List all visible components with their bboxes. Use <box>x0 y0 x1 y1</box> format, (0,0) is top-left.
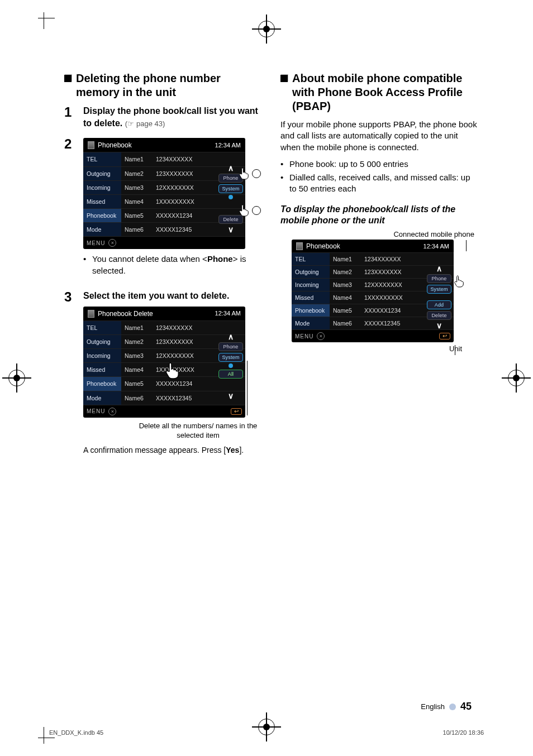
cat-phonebook[interactable]: Phonebook <box>292 304 330 317</box>
row-name[interactable]: Name1 <box>121 152 153 166</box>
page-footer: English 45 <box>421 701 472 712</box>
cat-tel[interactable]: TEL <box>83 152 121 166</box>
pill-phone[interactable]: Phone <box>427 274 451 283</box>
circled-1: 1 <box>252 169 261 178</box>
row-name[interactable]: Name6 <box>121 391 153 405</box>
row-name[interactable]: Name2 <box>330 265 361 278</box>
cat-missed[interactable]: Missed <box>83 362 121 376</box>
dev1-time: 12:34 AM <box>215 141 241 150</box>
scroll-indicator <box>229 195 233 199</box>
row-num[interactable]: 1234XXXXXX <box>361 252 454 265</box>
scroll-down-icon[interactable]: ∨ <box>225 392 236 400</box>
row-name[interactable]: Name3 <box>330 278 361 291</box>
pbap-para: If your mobile phone supports PBAP, the … <box>280 119 479 153</box>
cat-missed[interactable]: Missed <box>292 291 330 304</box>
cat-incoming[interactable]: Incoming <box>292 278 330 291</box>
menu-button[interactable]: MENU <box>87 240 105 247</box>
step1-text: Display the phone book/call list you wan… <box>83 106 258 128</box>
cat-mode[interactable]: Mode <box>83 222 121 236</box>
scroll-up-icon[interactable]: ∧ <box>225 164 236 172</box>
menu-button[interactable]: MENU <box>87 408 105 415</box>
right-column: About mobile phone compatible with Phone… <box>280 71 479 463</box>
row-name[interactable]: Name5 <box>121 208 153 222</box>
caption-unit: Unit <box>280 344 462 353</box>
callout-phone-system <box>453 275 466 288</box>
row-name[interactable]: Name6 <box>121 222 153 236</box>
cat-outgoing[interactable]: Outgoing <box>292 265 330 278</box>
step-2: 2 Phonebook 12:34 AM TELName11234XXXXXX <box>64 137 263 282</box>
row-name[interactable]: Name1 <box>121 320 153 334</box>
phonebook-icon <box>88 141 94 149</box>
pbap-bullet-1: Phone book: up to 5 000 entries <box>280 159 479 170</box>
heading-bullet-icon <box>64 75 72 82</box>
cat-mode[interactable]: Mode <box>292 317 330 329</box>
note-tag: Phone <box>207 254 233 264</box>
cat-tel[interactable]: TEL <box>83 320 121 334</box>
pill-system[interactable]: System <box>218 353 243 362</box>
scroll-up-icon[interactable]: ∧ <box>225 333 236 341</box>
heading-block-right: About mobile phone compatible with Phone… <box>280 71 479 113</box>
circled-2: 2 <box>252 206 261 215</box>
caption-connected-phone: Connected mobile phone <box>280 230 474 238</box>
back-icon[interactable]: ↩ <box>439 333 450 339</box>
print-footer: EN_DDX_K.indb 45 10/12/20 18:36 <box>49 729 484 736</box>
pill-all[interactable]: All <box>218 370 243 379</box>
confirm-c: ]. <box>239 446 244 454</box>
print-file: EN_DDX_K.indb 45 <box>49 729 103 736</box>
dev2-title: Phonebook Delete <box>98 309 153 318</box>
row-name[interactable]: Name5 <box>121 376 153 390</box>
dev2-time: 12:34 AM <box>215 309 241 318</box>
row-name[interactable]: Name4 <box>330 291 361 304</box>
close-icon[interactable]: × <box>108 408 116 415</box>
close-icon[interactable]: × <box>108 239 116 247</box>
row-name[interactable]: Name5 <box>330 304 361 317</box>
dev3-time: 12:34 AM <box>423 243 449 250</box>
step-number-3: 3 <box>64 290 75 456</box>
dev3-title: Phonebook <box>306 242 340 250</box>
row-name[interactable]: Name4 <box>121 362 153 376</box>
close-icon[interactable]: × <box>317 332 325 340</box>
row-name[interactable]: Name6 <box>330 317 361 329</box>
hand-cursor-icon <box>237 204 251 217</box>
ref-hand-icon <box>127 119 136 128</box>
callout-2: 2 <box>237 204 261 217</box>
row-name[interactable]: Name4 <box>121 194 153 208</box>
row-name[interactable]: Name2 <box>121 166 153 180</box>
crop-mark-tl <box>38 12 55 29</box>
cat-tel[interactable]: TEL <box>292 252 330 265</box>
scroll-down-icon[interactable]: ∨ <box>225 226 236 233</box>
leader-line-bottom <box>455 345 455 355</box>
footer-page: 45 <box>460 701 472 712</box>
row-name[interactable]: Name3 <box>121 348 153 362</box>
cat-missed[interactable]: Missed <box>83 194 121 208</box>
row-name[interactable]: Name1 <box>330 252 361 265</box>
cat-mode[interactable]: Mode <box>83 391 121 405</box>
device-screenshot-pbap: Phonebook 12:34 AM TELName11234XXXXXX Ou… <box>292 240 454 342</box>
row-name[interactable]: Name3 <box>121 180 153 194</box>
pill-delete[interactable]: Delete <box>427 311 451 320</box>
pill-system[interactable]: System <box>218 184 243 193</box>
cat-outgoing[interactable]: Outgoing <box>83 334 121 348</box>
footer-dot-icon <box>449 704 456 710</box>
confirm-note: A confirmation message appears. Press [Y… <box>83 445 263 456</box>
cat-phonebook[interactable]: Phonebook <box>83 208 121 222</box>
phonebook-icon <box>88 310 94 318</box>
cat-outgoing[interactable]: Outgoing <box>83 166 121 180</box>
pill-add[interactable]: Add <box>427 300 451 309</box>
heading-block-left: Deleting the phone number memory in the … <box>64 71 263 99</box>
scroll-up-icon[interactable]: ∧ <box>434 265 445 272</box>
pbap-bullet-2: Dialled calls, received calls, and misse… <box>280 172 479 195</box>
cat-phonebook[interactable]: Phonebook <box>83 376 121 390</box>
menu-button[interactable]: MENU <box>295 333 313 339</box>
scroll-down-icon[interactable]: ∨ <box>434 322 445 329</box>
back-icon[interactable]: ↩ <box>231 408 242 415</box>
cat-incoming[interactable]: Incoming <box>83 180 121 194</box>
hand-cursor-icon <box>237 167 251 180</box>
cat-incoming[interactable]: Incoming <box>83 348 121 362</box>
hand-cursor-icon <box>163 361 182 380</box>
pill-system[interactable]: System <box>427 285 451 294</box>
step2-note: You cannot delete data when <Phone> is s… <box>83 253 263 276</box>
row-name[interactable]: Name2 <box>121 334 153 348</box>
heading-pbap: About mobile phone compatible with Phone… <box>292 71 479 113</box>
pill-phone[interactable]: Phone <box>218 342 243 351</box>
